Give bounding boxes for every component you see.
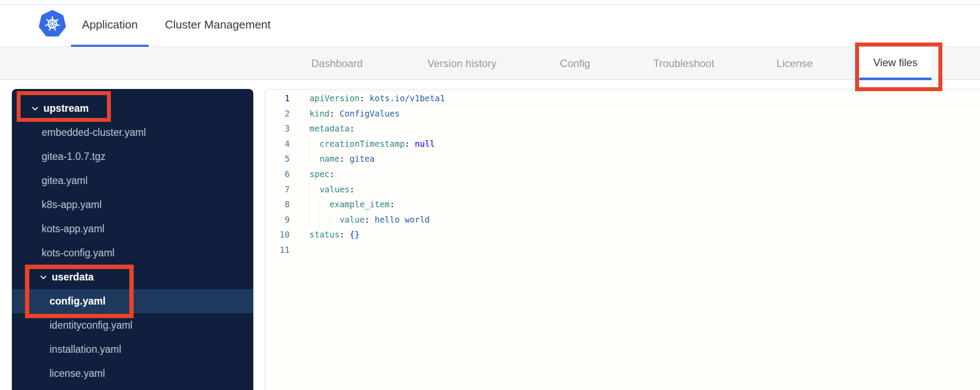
tree-file-kots-app-yaml[interactable]: kots-app.yaml: [12, 217, 253, 241]
code-line-4: 4creationTimestamp: null: [265, 136, 980, 152]
file-label: k8s-app.yaml: [42, 199, 102, 211]
code-content: apiVersion: kots.io/v1beta1: [309, 91, 980, 106]
tab-cluster-management[interactable]: Cluster Management: [154, 5, 281, 47]
subnav-tab-license[interactable]: License: [763, 47, 827, 80]
file-tree-sidebar: upstreamembedded-cluster.yamlgitea-1.0.7…: [12, 89, 253, 390]
code-content: metadata:: [309, 121, 980, 136]
line-number: 5: [265, 151, 290, 167]
tree-file-license-yaml[interactable]: license.yaml: [12, 362, 253, 386]
line-number: 11: [265, 242, 290, 258]
tree-folder-upstream[interactable]: upstream: [12, 96, 253, 121]
indent-guide: [320, 212, 330, 227]
app-subnav: DashboardVersion historyConfigTroublesho…: [0, 47, 980, 80]
file-label: kots-app.yaml: [42, 223, 104, 235]
line-number: 7: [265, 182, 290, 197]
chevron-down-icon: [31, 105, 39, 113]
tree-file-identityconfig-yaml[interactable]: identityconfig.yaml: [12, 313, 253, 337]
subnav-tab-view-files[interactable]: View files: [859, 47, 932, 80]
tab-cluster-management-label: Cluster Management: [165, 18, 270, 32]
code-content: status: {}: [309, 227, 980, 242]
code-line-5: 5name: gitea: [265, 151, 980, 167]
indent-guide: [309, 151, 320, 167]
code-line-2: 2kind: ConfigValues: [265, 106, 980, 121]
subnav-tab-dashboard[interactable]: Dashboard: [297, 47, 376, 80]
code-content: creationTimestamp: null: [309, 136, 980, 152]
code-content: example_item:: [309, 197, 980, 212]
subnav-tab-label: License: [777, 57, 813, 70]
subnav-tab-label: View files: [873, 57, 918, 69]
indent-guide: [309, 136, 320, 152]
tree-file-gitea-1-0-7-tgz[interactable]: gitea-1.0.7.tgz: [12, 145, 253, 169]
subnav-tab-label: Dashboard: [311, 57, 362, 70]
subnav-tab-label: Version history: [427, 57, 496, 70]
app-header: Application Cluster Management: [0, 0, 980, 47]
file-label: identityconfig.yaml: [50, 319, 132, 331]
code-content: [309, 242, 980, 258]
yaml-editor[interactable]: 1apiVersion: kots.io/v1beta12kind: Confi…: [265, 89, 980, 390]
tree-file-k8s-app-yaml[interactable]: k8s-app.yaml: [12, 193, 253, 217]
folder-label: upstream: [43, 103, 89, 114]
subnav-tab-troubleshoot[interactable]: Troubleshoot: [639, 47, 728, 80]
indent-guide: [309, 212, 320, 227]
subnav-tab-config[interactable]: Config: [546, 47, 604, 80]
chevron-down-icon: [39, 273, 47, 281]
file-label: gitea.yaml: [42, 175, 88, 187]
code-line-11: 11: [265, 242, 980, 258]
indent-guide: [330, 212, 340, 227]
file-label: installation.yaml: [50, 344, 121, 355]
code-content: kind: ConfigValues: [309, 106, 980, 121]
line-number: 8: [265, 197, 290, 212]
kubernetes-logo-icon: [38, 9, 67, 39]
top-tabs: Application Cluster Management: [71, 5, 282, 47]
subnav-tab-label: Troubleshoot: [653, 57, 714, 70]
file-label: gitea-1.0.7.tgz: [42, 151, 106, 163]
folder-label: userdata: [52, 271, 94, 283]
tab-application[interactable]: Application: [71, 5, 149, 47]
tree-folder-userdata[interactable]: userdata: [12, 265, 253, 289]
line-number: 3: [265, 121, 290, 136]
code-line-10: 10status: {}: [265, 227, 980, 242]
code-content: value: hello world: [309, 212, 980, 227]
subnav-tab-label: Config: [560, 57, 590, 70]
line-number: 1: [265, 91, 290, 106]
code-line-8: 8example_item:: [265, 197, 980, 212]
line-number: 6: [265, 167, 290, 182]
tree-file-embedded-cluster-yaml[interactable]: embedded-cluster.yaml: [12, 121, 253, 145]
indent-guide: [320, 197, 330, 212]
code-line-9: 9value: hello world: [265, 212, 980, 227]
tree-file-gitea-yaml[interactable]: gitea.yaml: [12, 169, 253, 193]
tree-file-kots-config-yaml[interactable]: kots-config.yaml: [12, 241, 253, 265]
file-label: config.yaml: [50, 295, 106, 307]
line-number: 4: [265, 136, 290, 152]
code-line-7: 7values:: [265, 182, 980, 197]
line-number: 2: [265, 106, 290, 121]
code-content: name: gitea: [309, 151, 980, 167]
indent-guide: [309, 197, 320, 212]
code-content: spec:: [309, 167, 980, 182]
file-label: embedded-cluster.yaml: [42, 127, 146, 138]
code-line-1: 1apiVersion: kots.io/v1beta1: [265, 91, 980, 106]
tab-application-label: Application: [82, 18, 138, 32]
code-line-3: 3metadata:: [265, 121, 980, 136]
code-content: values:: [309, 182, 980, 197]
line-number: 10: [265, 227, 290, 242]
file-label: kots-config.yaml: [42, 247, 114, 259]
tree-file-config-yaml[interactable]: config.yaml: [12, 289, 253, 313]
code-line-6: 6spec:: [265, 167, 980, 182]
line-number: 9: [265, 212, 290, 227]
indent-guide: [309, 182, 320, 197]
file-label: license.yaml: [50, 368, 105, 379]
tree-file-installation-yaml[interactable]: installation.yaml: [12, 337, 253, 362]
subnav-tab-version-history[interactable]: Version history: [413, 47, 510, 80]
